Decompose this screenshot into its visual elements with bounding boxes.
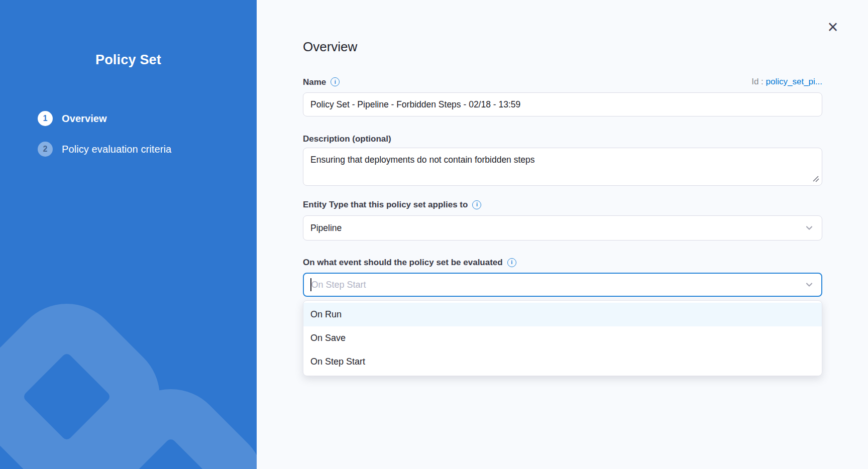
wizard-step-policy-evaluation-criteria[interactable]: 2 Policy evaluation criteria [38,142,171,157]
event-label: On what event should the policy set be e… [303,257,822,268]
wizard-title: Policy Set [0,52,257,68]
event-placeholder: On Step Start [311,280,366,290]
step-2-label: Policy evaluation criteria [62,144,171,155]
option-on-run[interactable]: On Run [303,303,822,326]
step-1-badge: 1 [38,111,53,126]
wizard-sidebar: Policy Set 1 Overview 2 Policy evaluatio… [0,0,257,469]
event-select-input[interactable]: On Step Start [303,273,822,297]
event-info-icon[interactable]: i [507,258,516,267]
wizard-step-overview[interactable]: 1 Overview [38,111,171,126]
description-label: Description (optional) [303,134,822,144]
id-link[interactable]: policy_set_pi... [766,77,822,86]
entity-type-value: Pipeline [310,223,342,233]
step-1-label: Overview [62,113,107,125]
option-on-step-start[interactable]: On Step Start [303,350,822,374]
name-label: Name i [303,77,340,87]
event-options-menu: On Run On Save On Step Start [303,300,822,376]
close-button[interactable]: × [823,17,843,37]
name-input[interactable] [303,92,822,116]
policy-set-wizard-modal: Policy Set 1 Overview 2 Policy evaluatio… [0,0,868,469]
entity-type-label: Entity Type that this policy set applies… [303,199,822,210]
policy-set-id: Id : policy_set_pi... [751,77,822,87]
name-label-row: Name i Id : policy_set_pi... [303,76,822,87]
close-icon: × [827,17,838,37]
harness-logo-watermark [0,0,257,469]
name-info-icon[interactable]: i [331,77,340,86]
id-label: Id : [751,77,764,86]
description-textarea[interactable]: Ensuring that deployments do not contain… [303,148,822,186]
wizard-steps: 1 Overview 2 Policy evaluation criteria [38,111,171,172]
option-on-save[interactable]: On Save [303,326,822,350]
chevron-down-icon [805,223,814,232]
chevron-down-icon [805,280,814,289]
step-2-badge: 2 [38,142,53,157]
panel-heading: Overview [303,39,822,55]
resize-handle-icon[interactable] [812,175,820,183]
entity-type-select[interactable]: Pipeline [303,215,822,241]
entity-type-info-icon[interactable]: i [472,200,481,209]
overview-panel: × Overview Name i Id : policy_set_pi... … [257,0,868,469]
description-field: Ensuring that deployments do not contain… [303,148,822,186]
